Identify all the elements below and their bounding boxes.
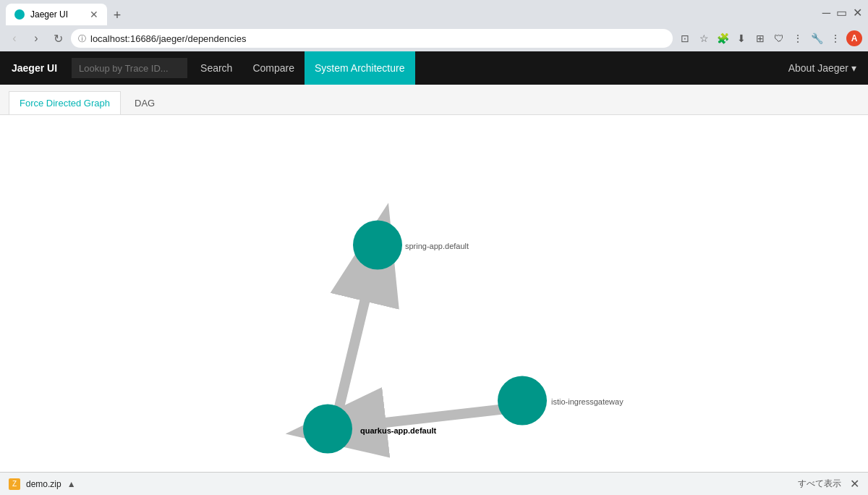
tab-favicon	[14, 9, 25, 20]
browser-actions: ⊡ ☆ 🧩 ⬇ ⊞ 🛡 ⋮ 🔧 ⋮ A	[677, 30, 862, 46]
edge-istio-quarkus	[356, 410, 503, 426]
trace-lookup-input[interactable]	[72, 58, 187, 78]
download-filename: demo.zip	[26, 479, 61, 489]
browser-chrome: Jaeger UI ✕ + ─ ▭ ✕	[0, 0, 868, 25]
forward-button[interactable]: ›	[27, 30, 45, 47]
dependency-graph: spring-app.default quarkus-app.default i…	[0, 115, 868, 472]
nav-search[interactable]: Search	[190, 51, 242, 85]
node-spring[interactable]	[353, 221, 402, 270]
app-navbar: Jaeger UI Search Compare System Architec…	[0, 51, 868, 85]
tab-close-button[interactable]: ✕	[90, 9, 98, 20]
label-istio: istio-ingressgateway	[551, 397, 624, 406]
about-jaeger-link[interactable]: About Jaeger ▾	[777, 51, 868, 85]
browser-tab[interactable]: Jaeger UI ✕	[6, 4, 107, 25]
url-text: localhost:16686/jaeger/dependencies	[90, 33, 246, 44]
apps-icon[interactable]: ⊞	[752, 30, 768, 46]
label-spring: spring-app.default	[405, 242, 469, 250]
reload-button[interactable]: ↻	[49, 30, 67, 47]
download-file-icon: Z	[9, 478, 20, 490]
extensions-btn[interactable]: 🔧	[809, 30, 825, 46]
address-bar[interactable]: ⓘ localhost:16686/jaeger/dependencies	[71, 29, 673, 48]
show-all-downloads-button[interactable]: すべて表示	[798, 478, 841, 490]
cast-icon[interactable]: ⊡	[677, 30, 693, 46]
node-istio[interactable]	[498, 376, 547, 426]
edge-quarkus-spring	[339, 272, 372, 410]
download-bar: Z demo.zip ▲ すべて表示 ✕	[0, 472, 868, 495]
new-tab-button[interactable]: +	[107, 5, 127, 25]
menu-icon[interactable]: ⋮	[827, 30, 843, 46]
sub-tabs: Force Directed Graph DAG	[0, 85, 868, 115]
graph-area: spring-app.default quarkus-app.default i…	[0, 115, 868, 472]
close-window-button[interactable]: ✕	[853, 6, 862, 20]
download-expand-button[interactable]: ▲	[67, 479, 76, 489]
tab-title: Jaeger UI	[30, 9, 68, 20]
profile-button[interactable]: A	[846, 30, 862, 46]
tab-force-directed-graph[interactable]: Force Directed Graph	[9, 91, 121, 114]
minimize-button[interactable]: ─	[822, 7, 830, 20]
window-controls: ─ ▭ ✕	[822, 6, 862, 20]
download-bar-right: すべて表示 ✕	[798, 477, 859, 491]
label-quarkus: quarkus-app.default	[360, 426, 436, 435]
tab-dag[interactable]: DAG	[124, 91, 166, 114]
settings-icon[interactable]: ⋮	[790, 30, 806, 46]
back-button[interactable]: ‹	[6, 30, 23, 47]
lock-icon: ⓘ	[78, 33, 86, 44]
about-chevron: ▾	[851, 62, 856, 74]
address-bar-row: ‹ › ↻ ⓘ localhost:16686/jaeger/dependenc…	[0, 25, 868, 51]
nav-system-architecture[interactable]: System Architecture	[305, 51, 415, 85]
close-download-bar-button[interactable]: ✕	[850, 477, 859, 491]
nav-compare[interactable]: Compare	[242, 51, 305, 85]
bookmark-icon[interactable]: ☆	[696, 30, 712, 46]
extension-icon[interactable]: 🧩	[715, 30, 731, 46]
maximize-button[interactable]: ▭	[836, 6, 847, 20]
app-logo: Jaeger UI	[0, 51, 69, 85]
shield-icon[interactable]: 🛡	[771, 30, 787, 46]
node-quarkus[interactable]	[303, 405, 352, 454]
download-icon[interactable]: ⬇	[733, 30, 749, 46]
tab-bar: Jaeger UI ✕ +	[6, 0, 127, 25]
about-label: About Jaeger	[788, 62, 848, 74]
